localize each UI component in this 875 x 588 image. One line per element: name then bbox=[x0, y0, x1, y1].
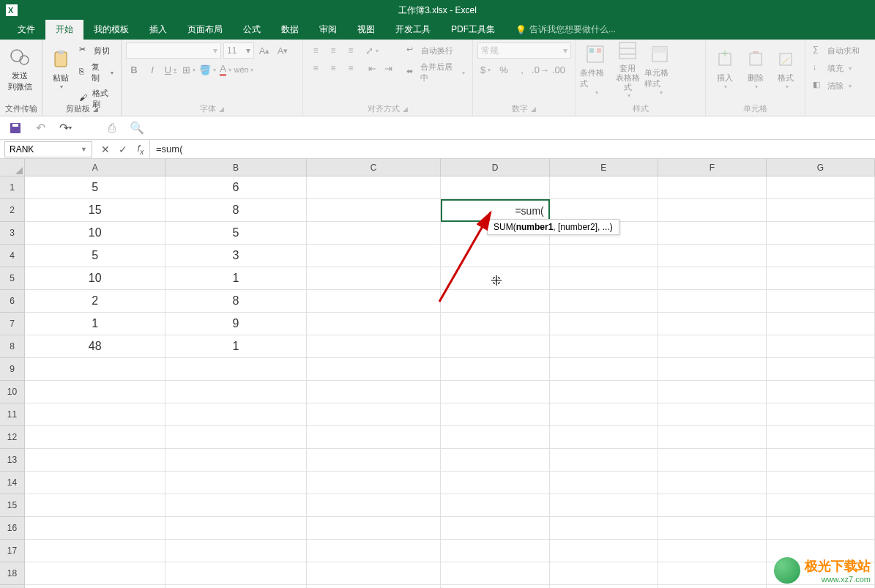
clear-button[interactable]: ◧ 清除 bbox=[810, 78, 871, 94]
row-headers[interactable]: 12345678910111213141516171819 bbox=[0, 176, 25, 588]
cell[interactable] bbox=[767, 494, 875, 517]
tell-me-box[interactable]: 💡 告诉我您想要做什么... bbox=[505, 20, 626, 40]
cell[interactable] bbox=[658, 267, 767, 290]
cell[interactable] bbox=[307, 494, 442, 517]
tab-file[interactable]: 文件 bbox=[7, 20, 45, 40]
cell[interactable] bbox=[25, 562, 165, 585]
cell[interactable] bbox=[767, 176, 875, 199]
cell[interactable] bbox=[658, 562, 767, 585]
cell[interactable] bbox=[307, 540, 442, 562]
cell[interactable]: 6 bbox=[165, 176, 306, 199]
cell[interactable] bbox=[658, 222, 767, 245]
cell[interactable] bbox=[25, 358, 165, 381]
row-header-5[interactable]: 5 bbox=[0, 267, 25, 290]
font-family-select[interactable]: ▾ bbox=[126, 42, 221, 59]
enter-formula-button[interactable]: ✓ bbox=[114, 141, 132, 158]
wrap-text-button[interactable]: ↩ 自动换行 bbox=[403, 42, 468, 59]
tab-layout[interactable]: 页面布局 bbox=[177, 20, 233, 40]
increase-decimal-button[interactable]: .0→ bbox=[532, 62, 548, 78]
format-cells-button[interactable]: 格式 bbox=[771, 42, 800, 97]
cell[interactable] bbox=[165, 449, 306, 472]
phonetic-button[interactable]: wén bbox=[236, 62, 252, 78]
tab-data[interactable]: 数据 bbox=[271, 20, 309, 40]
cell[interactable] bbox=[165, 585, 306, 588]
clipboard-dialog-launcher[interactable]: ◢ bbox=[93, 105, 98, 113]
fill-color-button[interactable]: 🪣 bbox=[199, 62, 215, 78]
font-dialog-launcher[interactable]: ◢ bbox=[219, 105, 224, 113]
row-header-17[interactable]: 17 bbox=[0, 540, 25, 562]
cell[interactable] bbox=[441, 540, 549, 562]
table-format-button[interactable]: 套用 表格格式 bbox=[612, 42, 643, 97]
row-header-15[interactable]: 15 bbox=[0, 494, 25, 517]
col-header-C[interactable]: C bbox=[307, 159, 442, 176]
cell[interactable] bbox=[767, 449, 875, 472]
cell[interactable] bbox=[658, 245, 767, 267]
align-top[interactable]: ≡ bbox=[308, 42, 324, 59]
cell[interactable]: 10 bbox=[25, 222, 165, 245]
undo-button[interactable]: ↶ bbox=[32, 120, 48, 136]
cell[interactable]: 3 bbox=[165, 245, 306, 267]
tab-view[interactable]: 视图 bbox=[347, 20, 385, 40]
cancel-formula-button[interactable]: ✕ bbox=[97, 141, 114, 158]
cell[interactable] bbox=[658, 517, 767, 540]
cell[interactable] bbox=[767, 313, 875, 335]
cell[interactable] bbox=[658, 199, 767, 222]
cell[interactable] bbox=[307, 472, 442, 494]
tab-dev[interactable]: 开发工具 bbox=[385, 20, 441, 40]
insert-cells-button[interactable]: 插入 bbox=[710, 42, 740, 97]
tab-formula[interactable]: 公式 bbox=[233, 20, 271, 40]
cell[interactable] bbox=[767, 472, 875, 494]
cell[interactable] bbox=[25, 403, 165, 426]
cell[interactable]: 15 bbox=[25, 199, 165, 222]
cell[interactable] bbox=[441, 562, 549, 585]
cell[interactable] bbox=[307, 517, 442, 540]
cell[interactable]: 2 bbox=[25, 290, 165, 313]
cell[interactable] bbox=[25, 494, 165, 517]
delete-cells-button[interactable]: 删除 bbox=[741, 42, 770, 97]
col-header-F[interactable]: F bbox=[658, 159, 767, 176]
col-header-G[interactable]: G bbox=[767, 159, 875, 176]
cell[interactable] bbox=[550, 358, 658, 381]
tab-review[interactable]: 审阅 bbox=[309, 20, 347, 40]
cell[interactable] bbox=[550, 313, 658, 335]
cell[interactable] bbox=[658, 494, 767, 517]
cell[interactable]: 8 bbox=[165, 290, 306, 313]
cell[interactable] bbox=[658, 176, 767, 199]
tab-pdf[interactable]: PDF工具集 bbox=[441, 20, 505, 40]
row-header-18[interactable]: 18 bbox=[0, 562, 25, 585]
row-header-12[interactable]: 12 bbox=[0, 426, 25, 449]
orientation-button[interactable]: ⤢ bbox=[364, 42, 380, 59]
cell[interactable] bbox=[767, 290, 875, 313]
formula-input[interactable]: =sum( bbox=[149, 140, 875, 158]
row-header-16[interactable]: 16 bbox=[0, 517, 25, 540]
italic-button[interactable]: I bbox=[144, 62, 160, 78]
cell[interactable] bbox=[441, 176, 549, 199]
cell[interactable] bbox=[550, 426, 658, 449]
cut-button[interactable]: ✂ 剪切 bbox=[76, 42, 116, 59]
cell[interactable] bbox=[165, 517, 306, 540]
cell[interactable] bbox=[550, 290, 658, 313]
cell[interactable] bbox=[307, 403, 442, 426]
row-header-2[interactable]: 2 bbox=[0, 199, 25, 222]
cell[interactable] bbox=[25, 449, 165, 472]
number-dialog-launcher[interactable]: ◢ bbox=[531, 105, 536, 113]
cell[interactable] bbox=[658, 358, 767, 381]
cell[interactable] bbox=[441, 335, 549, 358]
cell[interactable] bbox=[550, 517, 658, 540]
cell[interactable] bbox=[165, 403, 306, 426]
row-header-14[interactable]: 14 bbox=[0, 472, 25, 494]
cell[interactable] bbox=[767, 381, 875, 403]
align-dialog-launcher[interactable]: ◢ bbox=[403, 105, 408, 113]
cell[interactable] bbox=[658, 403, 767, 426]
cell[interactable] bbox=[658, 381, 767, 403]
increase-font-button[interactable]: A▴ bbox=[256, 42, 272, 59]
paste-button[interactable]: 粘贴 bbox=[47, 42, 75, 97]
row-header-13[interactable]: 13 bbox=[0, 449, 25, 472]
cell[interactable] bbox=[307, 449, 442, 472]
cell[interactable] bbox=[658, 472, 767, 494]
cell[interactable] bbox=[658, 585, 767, 588]
cell[interactable] bbox=[550, 562, 658, 585]
cell[interactable] bbox=[165, 562, 306, 585]
cell[interactable] bbox=[767, 426, 875, 449]
cell[interactable] bbox=[25, 517, 165, 540]
